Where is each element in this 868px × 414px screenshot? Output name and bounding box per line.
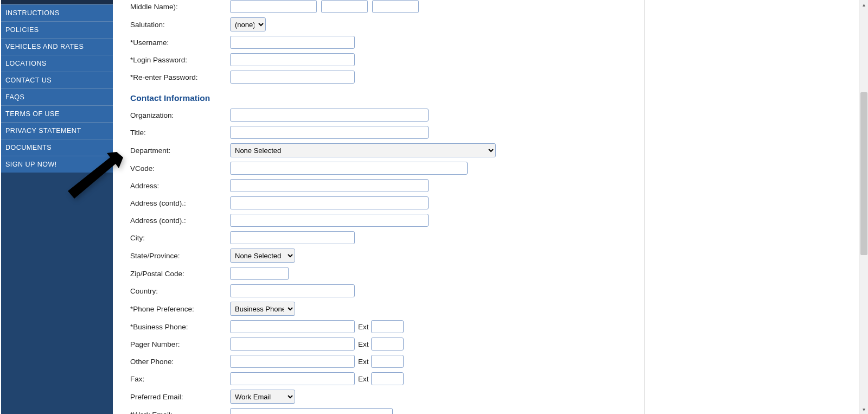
select-department[interactable]: None Selected <box>230 143 496 157</box>
input-pager-ext[interactable] <box>371 337 404 351</box>
select-pref-email[interactable]: Work Email <box>230 390 295 404</box>
sidebar-item-privacy-statement[interactable]: PRIVACY STATEMENT <box>1 123 113 139</box>
row-state: State/Province: None Selected <box>130 249 644 263</box>
label-salutation: Salutation: <box>130 21 230 29</box>
sidebar-item-terms-of-use[interactable]: TERMS OF USE <box>1 106 113 123</box>
input-address-contd2[interactable] <box>230 214 429 227</box>
row-address: Address: <box>130 179 644 192</box>
row-other-phone: Other Phone: Ext <box>130 355 644 368</box>
label-organization: Organization: <box>130 111 230 119</box>
label-fax: Fax: <box>130 375 230 383</box>
label-country: Country: <box>130 287 230 295</box>
input-fax-ext[interactable] <box>371 372 404 385</box>
row-vcode: VCode: <box>130 162 644 175</box>
sidebar-item-sign-up-now[interactable]: SIGN UP NOW! <box>1 156 113 173</box>
label-address-contd2: Address (contd).: <box>130 216 230 225</box>
input-last-name[interactable] <box>321 0 368 13</box>
input-organization[interactable] <box>230 109 429 122</box>
scroll-up-icon[interactable]: ▴ <box>859 0 868 9</box>
select-state[interactable]: None Selected <box>230 249 295 263</box>
select-salutation[interactable]: (none) <box>230 17 266 31</box>
input-fax[interactable] <box>230 372 355 385</box>
row-business-phone: *Business Phone: Ext <box>130 320 644 333</box>
sidebar-nav: INSTRUCTIONS POLICIES VEHICLES AND RATES… <box>1 0 113 414</box>
vertical-scrollbar[interactable]: ▴ ▾ <box>859 0 868 414</box>
input-address-contd1[interactable] <box>230 196 429 209</box>
label-ext-business: Ext <box>358 323 369 331</box>
row-title: Title: <box>130 126 644 139</box>
label-ext-other: Ext <box>358 358 369 366</box>
input-username[interactable] <box>230 36 355 49</box>
row-country: Country: <box>130 284 644 297</box>
sidebar-item-contact-us[interactable]: CONTACT US <box>1 72 113 89</box>
sidebar-item-locations[interactable]: LOCATIONS <box>1 55 113 72</box>
row-department: Department: None Selected <box>130 143 644 157</box>
label-repassword: *Re-enter Password: <box>130 73 230 81</box>
row-username: *Username: <box>130 36 644 49</box>
input-first-name[interactable] <box>230 0 317 13</box>
row-password: *Login Password: <box>130 53 644 66</box>
input-zip[interactable] <box>230 267 289 280</box>
input-business-phone[interactable] <box>230 320 355 333</box>
section-contact-info: Contact Information <box>130 93 644 103</box>
row-name: Middle Name): <box>130 0 644 13</box>
label-ext-pager: Ext <box>358 340 369 348</box>
row-work-email: *Work Email: <box>130 408 644 414</box>
sidebar-item-documents[interactable]: DOCUMENTS <box>1 139 113 156</box>
row-salutation: Salutation: (none) <box>130 17 644 31</box>
label-business-phone: *Business Phone: <box>130 323 230 331</box>
scroll-thumb[interactable] <box>860 92 867 255</box>
input-repassword[interactable] <box>230 71 355 84</box>
row-fax: Fax: Ext <box>130 372 644 385</box>
row-repassword: *Re-enter Password: <box>130 71 644 84</box>
input-country[interactable] <box>230 284 355 297</box>
input-business-phone-ext[interactable] <box>371 320 404 333</box>
signup-form: Middle Name): Salutation: (none) *Userna… <box>113 0 644 414</box>
label-work-email: *Work Email: <box>130 411 230 415</box>
sidebar-item-faqs[interactable]: FAQS <box>1 89 113 106</box>
row-phone-pref: *Phone Preference: Business Phone <box>130 302 644 316</box>
input-city[interactable] <box>230 231 355 244</box>
app-viewport: INSTRUCTIONS POLICIES VEHICLES AND RATES… <box>0 0 868 414</box>
input-other-phone-ext[interactable] <box>371 355 404 368</box>
row-zip: Zip/Postal Code: <box>130 267 644 280</box>
label-city: City: <box>130 234 230 242</box>
label-username: *Username: <box>130 39 230 47</box>
label-pref-email: Preferred Email: <box>130 393 230 401</box>
select-phone-pref[interactable]: Business Phone <box>230 302 295 316</box>
label-ext-fax: Ext <box>358 375 369 383</box>
label-state: State/Province: <box>130 252 230 260</box>
label-password: *Login Password: <box>130 56 230 64</box>
label-department: Department: <box>130 147 230 155</box>
label-pager: Pager Number: <box>130 340 230 348</box>
label-middle-name: Middle Name): <box>130 3 230 11</box>
label-address: Address: <box>130 182 230 190</box>
label-other-phone: Other Phone: <box>130 358 230 366</box>
row-address-contd1: Address (contd).: <box>130 196 644 209</box>
row-pref-email: Preferred Email: Work Email <box>130 390 644 404</box>
sidebar-header-strip <box>1 0 113 4</box>
label-zip: Zip/Postal Code: <box>130 270 230 278</box>
row-city: City: <box>130 231 644 244</box>
label-vcode: VCode: <box>130 164 230 173</box>
input-work-email[interactable] <box>230 408 393 414</box>
input-address[interactable] <box>230 179 429 192</box>
sidebar-item-instructions[interactable]: INSTRUCTIONS <box>1 4 113 22</box>
row-pager: Pager Number: Ext <box>130 337 644 351</box>
row-address-contd2: Address (contd).: <box>130 214 644 227</box>
scroll-down-icon[interactable]: ▾ <box>859 405 868 414</box>
input-pager[interactable] <box>230 337 355 351</box>
label-phone-pref: *Phone Preference: <box>130 305 230 313</box>
sidebar-item-vehicles-rates[interactable]: VEHICLES AND RATES <box>1 39 113 55</box>
label-address-contd1: Address (contd).: <box>130 199 230 207</box>
input-password[interactable] <box>230 53 355 66</box>
input-other-phone[interactable] <box>230 355 355 368</box>
row-organization: Organization: <box>130 109 644 122</box>
input-middle-name[interactable] <box>372 0 419 13</box>
label-title: Title: <box>130 129 230 137</box>
sidebar-item-policies[interactable]: POLICIES <box>1 22 113 39</box>
input-vcode[interactable] <box>230 162 468 175</box>
input-title[interactable] <box>230 126 429 139</box>
